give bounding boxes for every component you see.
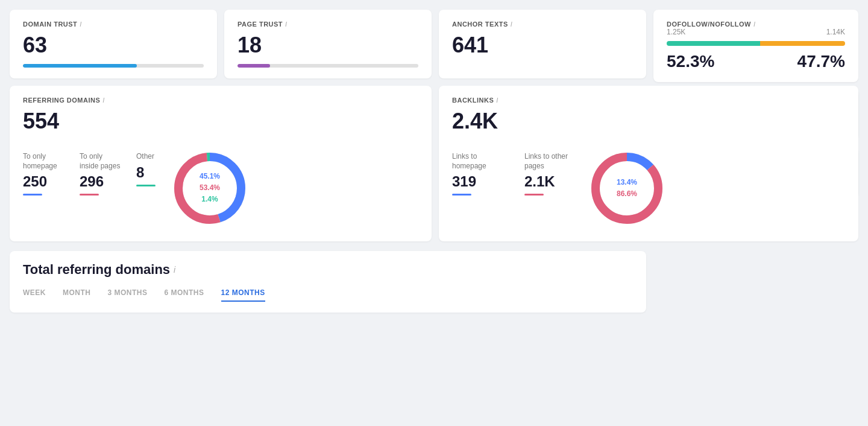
dofollow-bar-orange <box>760 41 845 46</box>
domain-trust-card: DOMAIN TRUST i 63 <box>10 10 217 78</box>
bl-donut-svg <box>585 146 669 230</box>
dofollow-pct-right: 47.7% <box>797 52 845 71</box>
rd-bar-inside <box>80 194 99 196</box>
anchor-texts-info-icon[interactable]: i <box>511 21 513 28</box>
dofollow-pct-left: 52.3% <box>667 52 714 71</box>
dofollow-count-right: 1.14K <box>826 28 845 36</box>
domain-trust-value: 63 <box>23 33 204 58</box>
dofollow-card: DOFOLLOW/NOFOLLOW i 1.25K 1.14K 52.3% 47… <box>653 10 858 82</box>
rd-stat-homepage: To only homepage 250 <box>23 152 65 196</box>
page-trust-card: PAGE TRUST i 18 <box>224 10 432 78</box>
page-trust-bar <box>237 64 418 68</box>
page-trust-info-icon[interactable]: i <box>285 21 288 28</box>
tab-3months[interactable]: 3 MONTHS <box>108 288 148 302</box>
backlinks-stats: Links to homepage 319 Links to other pag… <box>452 152 573 196</box>
anchor-texts-value: 641 <box>452 33 633 58</box>
bottom-title-text: Total referring domains <box>23 262 170 278</box>
backlinks-value: 2.4K <box>452 109 845 134</box>
page-trust-title: PAGE TRUST <box>237 21 283 28</box>
dofollow-title: DOFOLLOW/NOFOLLOW <box>667 21 751 28</box>
referring-domains-value: 554 <box>23 109 418 134</box>
domain-trust-bar-fill <box>23 64 137 68</box>
rd-donut-svg <box>168 146 252 230</box>
rd-bar-homepage <box>23 194 42 196</box>
backlinks-layout: Links to homepage 319 Links to other pag… <box>452 140 845 230</box>
bottom-info-icon[interactable]: i <box>174 265 175 275</box>
anchor-texts-card: ANCHOR TEXTS i 641 <box>439 10 646 78</box>
tab-12months[interactable]: 12 MONTHS <box>221 288 265 302</box>
bl-stat-homepage: Links to homepage 319 <box>452 152 500 196</box>
page-trust-value: 18 <box>237 33 418 58</box>
domain-trust-info-icon[interactable]: i <box>80 21 82 28</box>
backlinks-info-icon[interactable]: i <box>496 97 498 104</box>
referring-domains-info-icon[interactable]: i <box>102 97 105 104</box>
tab-6months[interactable]: 6 MONTHS <box>165 288 204 302</box>
dofollow-count-left: 1.25K <box>667 28 685 36</box>
dofollow-info-icon[interactable]: i <box>753 21 756 28</box>
rd-bar-other <box>136 185 156 186</box>
dofollow-counts: 1.25K 1.14K <box>667 28 845 36</box>
backlinks-donut: 13.4% 86.6% <box>585 146 669 230</box>
referring-domains-label: REFERRING DOMAINS i <box>23 97 418 104</box>
domain-trust-label: DOMAIN TRUST i <box>23 21 204 28</box>
bl-bar-homepage <box>452 194 471 196</box>
page-trust-bar-fill <box>237 64 270 68</box>
anchor-texts-label: ANCHOR TEXTS i <box>452 21 633 28</box>
domain-trust-title: DOMAIN TRUST <box>23 21 77 28</box>
referring-domains-donut: 45.1% 53.4% 1.4% <box>168 146 252 230</box>
tab-week[interactable]: WEEK <box>23 288 46 302</box>
dofollow-bar-green <box>667 41 760 46</box>
referring-domains-layout: To only homepage 250 To only inside page… <box>23 140 418 230</box>
dofollow-bar <box>667 41 845 46</box>
dofollow-percents: 52.3% 47.7% <box>667 52 845 71</box>
dofollow-label: DOFOLLOW/NOFOLLOW i <box>667 21 755 28</box>
domain-trust-bar <box>23 64 204 68</box>
backlinks-label: BACKLINKS i <box>452 97 845 104</box>
bottom-section: Total referring domains i WEEK MONTH 3 M… <box>10 251 646 313</box>
bl-stat-other-pages: Links to other pages 2.1K <box>524 152 573 196</box>
referring-domains-stats: To only homepage 250 To only inside page… <box>23 152 156 196</box>
backlinks-card: BACKLINKS i 2.4K Links to homepage 319 L… <box>439 86 858 241</box>
bl-bar-other <box>524 194 544 196</box>
rd-stat-inside: To only inside pages 296 <box>80 152 122 196</box>
rd-stat-other: Other 8 <box>136 152 156 196</box>
backlinks-title: BACKLINKS <box>452 97 494 104</box>
tab-month[interactable]: MONTH <box>63 288 91 302</box>
anchor-texts-title: ANCHOR TEXTS <box>452 21 508 28</box>
bottom-title: Total referring domains i <box>23 262 633 278</box>
page-trust-label: PAGE TRUST i <box>237 21 418 28</box>
referring-domains-card: REFERRING DOMAINS i 554 To only homepage… <box>10 86 432 241</box>
dofollow-header: DOFOLLOW/NOFOLLOW i <box>667 21 845 28</box>
referring-domains-title: REFERRING DOMAINS <box>23 97 100 104</box>
time-tabs[interactable]: WEEK MONTH 3 MONTHS 6 MONTHS 12 MONTHS <box>23 288 633 302</box>
